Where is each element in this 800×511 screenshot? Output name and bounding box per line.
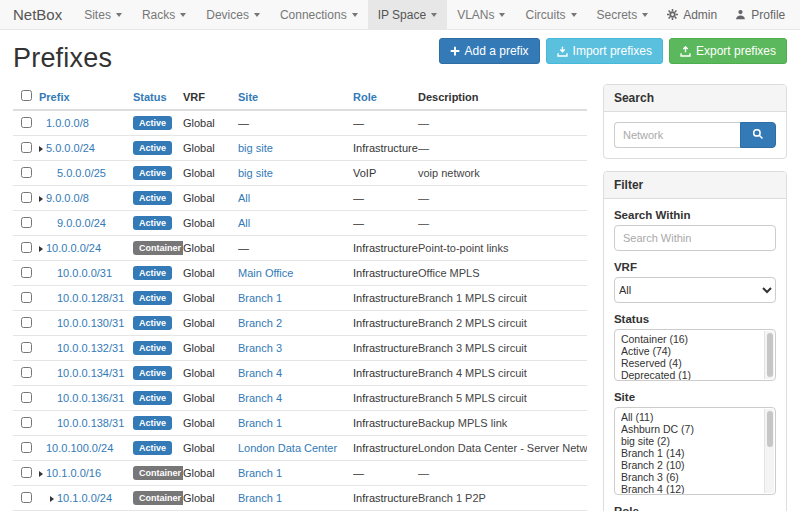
site-option[interactable]: Ashburn DC (7) xyxy=(621,423,760,435)
nav-menu-item-label: Circuits xyxy=(525,8,565,22)
site-option[interactable]: Branch 4 (12) xyxy=(621,483,760,495)
vrf-cell: Global xyxy=(183,236,238,261)
expand-arrow-icon[interactable] xyxy=(50,496,54,502)
prefix-cell: 10.0.100.0/24 xyxy=(39,436,133,461)
row-checkbox[interactable] xyxy=(21,367,32,378)
row-checkbox[interactable] xyxy=(21,317,32,328)
row-checkbox[interactable] xyxy=(21,242,32,253)
prefix-link[interactable]: 10.0.0.0/31 xyxy=(57,267,112,279)
nav-menu-item[interactable]: Devices xyxy=(196,0,270,29)
profile-link[interactable]: Profile xyxy=(726,0,794,29)
column-header-status[interactable]: Status xyxy=(133,84,183,110)
netbox-logo[interactable]: NetBox xyxy=(13,0,74,29)
expand-arrow-icon[interactable] xyxy=(39,471,43,477)
prefix-cell: 10.0.0.136/31 xyxy=(39,386,133,411)
prefix-link[interactable]: 10.0.0.136/31 xyxy=(57,392,124,404)
row-checkbox[interactable] xyxy=(21,267,32,278)
site-link: — xyxy=(238,117,249,129)
site-option[interactable]: Branch 1 (14) xyxy=(621,447,760,459)
site-link[interactable]: Branch 4 xyxy=(238,392,282,404)
site-option[interactable]: Branch 3 (6) xyxy=(621,471,760,483)
select-all-checkbox[interactable] xyxy=(21,90,32,101)
status-option[interactable]: Reserved (4) xyxy=(621,357,760,369)
column-header-prefix[interactable]: Prefix xyxy=(39,84,133,110)
prefix-link[interactable]: 10.0.0.130/31 xyxy=(57,317,124,329)
site-link[interactable]: Branch 3 xyxy=(238,342,282,354)
column-header-site[interactable]: Site xyxy=(238,84,353,110)
status-option[interactable]: Deprecated (1) xyxy=(621,369,760,381)
prefix-link[interactable]: 9.0.0.0/24 xyxy=(57,217,106,229)
expand-arrow-icon[interactable] xyxy=(39,246,43,252)
prefix-link[interactable]: 5.0.0.0/24 xyxy=(46,142,95,154)
prefix-link[interactable]: 10.0.0.132/31 xyxy=(57,342,124,354)
site-link[interactable]: big site xyxy=(238,142,273,154)
prefix-link[interactable]: 9.0.0.0/8 xyxy=(46,192,89,204)
status-option[interactable]: Active (74) xyxy=(621,345,760,357)
site-option[interactable]: All (11) xyxy=(621,411,760,423)
row-checkbox[interactable] xyxy=(21,167,32,178)
site-link[interactable]: Branch 1 xyxy=(238,492,282,504)
site-link[interactable]: Branch 1 xyxy=(238,292,282,304)
prefix-link[interactable]: 10.0.0.134/31 xyxy=(57,367,124,379)
row-checkbox-cell xyxy=(13,211,39,236)
chevron-down-icon xyxy=(431,13,437,17)
search-input[interactable] xyxy=(614,122,740,148)
row-checkbox[interactable] xyxy=(21,142,32,153)
prefix-link[interactable]: 10.0.0.128/31 xyxy=(57,292,124,304)
scrollbar[interactable] xyxy=(764,409,774,493)
site-cell: Branch 3 xyxy=(238,336,353,361)
nav-menu-item[interactable]: Sites xyxy=(74,0,132,29)
vrf-select[interactable]: All xyxy=(614,277,776,303)
logout-link[interactable]: Log out xyxy=(794,0,800,29)
site-link[interactable]: All xyxy=(238,217,250,229)
scrollbar[interactable] xyxy=(764,331,774,379)
row-checkbox[interactable] xyxy=(21,192,32,203)
nav-menu-item[interactable]: Secrets xyxy=(587,0,659,29)
admin-link[interactable]: Admin xyxy=(658,0,726,29)
site-link[interactable]: Branch 4 xyxy=(238,367,282,379)
search-button[interactable] xyxy=(740,122,776,148)
column-header-role[interactable]: Role xyxy=(353,84,418,110)
prefix-link[interactable]: 10.0.100.0/24 xyxy=(46,442,113,454)
prefix-link[interactable]: 10.0.0.138/31 xyxy=(57,417,124,429)
row-checkbox[interactable] xyxy=(21,467,32,478)
row-checkbox[interactable] xyxy=(21,392,32,403)
row-checkbox[interactable] xyxy=(21,442,32,453)
role-cell: — xyxy=(353,211,418,236)
site-link[interactable]: London Data Center xyxy=(238,442,337,454)
nav-menu-item[interactable]: VLANs xyxy=(447,0,515,29)
prefix-link[interactable]: 1.0.0.0/8 xyxy=(46,117,89,129)
site-link[interactable]: Main Office xyxy=(238,267,293,279)
add-prefix-button[interactable]: Add a prefix xyxy=(439,38,540,64)
site-option[interactable]: big site (2) xyxy=(621,435,760,447)
row-checkbox[interactable] xyxy=(21,417,32,428)
status-option[interactable]: Container (16) xyxy=(621,333,760,345)
prefix-link[interactable]: 10.1.0.0/24 xyxy=(57,492,112,504)
search-within-input[interactable] xyxy=(614,225,776,251)
row-checkbox[interactable] xyxy=(21,492,32,503)
site-option[interactable]: Branch 2 (10) xyxy=(621,459,760,471)
prefix-link[interactable]: 5.0.0.0/25 xyxy=(57,167,106,179)
site-link[interactable]: big site xyxy=(238,167,273,179)
site-link[interactable]: Branch 2 xyxy=(238,317,282,329)
expand-arrow-icon[interactable] xyxy=(39,196,43,202)
export-prefixes-button[interactable]: Export prefixes xyxy=(669,38,787,64)
prefix-link[interactable]: 10.0.0.0/24 xyxy=(46,242,101,254)
nav-menu-item[interactable]: Circuits xyxy=(515,0,586,29)
nav-menu-item[interactable]: IP Space xyxy=(368,0,447,29)
expand-arrow-icon[interactable] xyxy=(39,146,43,152)
site-link[interactable]: All xyxy=(238,192,250,204)
status-badge: Active xyxy=(133,141,172,155)
nav-menu-item[interactable]: Connections xyxy=(270,0,368,29)
import-prefixes-button[interactable]: Import prefixes xyxy=(546,38,663,64)
row-checkbox[interactable] xyxy=(21,217,32,228)
prefix-link[interactable]: 10.1.0.0/16 xyxy=(46,467,101,479)
site-link[interactable]: Branch 1 xyxy=(238,417,282,429)
chevron-down-icon xyxy=(642,13,648,17)
row-checkbox[interactable] xyxy=(21,292,32,303)
nav-menu-item[interactable]: Racks xyxy=(132,0,196,29)
row-checkbox[interactable] xyxy=(21,342,32,353)
row-checkbox[interactable] xyxy=(21,117,32,128)
site-link[interactable]: Branch 1 xyxy=(238,467,282,479)
site-filter-label: Site xyxy=(614,391,776,403)
